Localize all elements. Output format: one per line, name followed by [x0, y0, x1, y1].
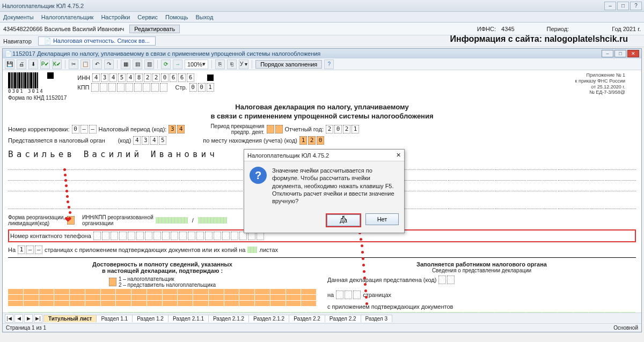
document-titlebar: 📄 1152017 Декларация по налогу, уплачива…: [3, 49, 641, 58]
tab-section-3[interactable]: Раздел 3: [361, 315, 392, 322]
menu-service[interactable]: Сервис: [137, 14, 158, 20]
document-icon: 📄: [44, 38, 52, 44]
kpp-cells[interactable]: [91, 83, 167, 92]
doc-minimize-button[interactable]: –: [602, 50, 613, 57]
tab-section-2-1-2b[interactable]: Раздел 2.1.2: [248, 315, 289, 322]
help-button[interactable]: ?: [630, 2, 642, 10]
tab-next-button[interactable]: ▶: [24, 314, 33, 323]
tab-section-2-2b[interactable]: Раздел 2.2: [325, 315, 361, 322]
barcode: 0301 3014: [8, 72, 44, 94]
dialog-message: Значение ячейки рассчитывается по формул…: [272, 167, 399, 205]
period-label: Период:: [547, 26, 569, 32]
tool1-icon[interactable]: ⎘: [215, 60, 225, 69]
form-annex: Приложение № 1 к приказу ФНС России от 2…: [575, 72, 625, 95]
dialog-no-button[interactable]: Нет: [365, 213, 399, 225]
page-status: Страница 1 из 1: [6, 325, 46, 331]
kpp-label: КПП: [77, 84, 89, 91]
form-subheading: в связи с применением упрощенной системы…: [8, 112, 636, 120]
status-bar: Страница 1 из 1 Основной: [3, 323, 641, 332]
taxperiod-cells[interactable]: 34: [169, 125, 185, 133]
menu-help[interactable]: Помощь: [165, 14, 188, 20]
ifns-label: ИФНС:: [477, 26, 496, 32]
refresh-icon[interactable]: ⟳: [161, 60, 171, 69]
dialog-close-icon[interactable]: ✕: [396, 152, 401, 159]
grid1-icon[interactable]: ▦: [121, 60, 130, 69]
grid2-icon[interactable]: ▤: [133, 60, 142, 69]
inn-cells[interactable]: 434548220666: [92, 73, 194, 82]
correction-cells[interactable]: 0––: [72, 125, 97, 133]
taxpayer-infobar: 434548220666 Васильев Василий Иванович Р…: [0, 23, 644, 35]
zoom-selector[interactable]: 100% ▾: [185, 60, 208, 69]
tab-section-1-2[interactable]: Раздел 1.2: [132, 315, 169, 322]
export-icon[interactable]: ⬇: [28, 60, 38, 69]
reorg-inn-cells[interactable]: [156, 217, 188, 224]
reorg-code-cell[interactable]: [67, 216, 75, 225]
attach-pages-cells[interactable]: [247, 247, 257, 253]
tab-section-2-2a[interactable]: Раздел 2.2: [289, 315, 325, 322]
navigator-label[interactable]: Навигатор: [3, 38, 32, 44]
grid3-icon[interactable]: ▥: [144, 60, 154, 69]
main-menubar: Документы Налогоплательщик Настройки Сер…: [0, 12, 644, 23]
location-cells[interactable]: 120: [299, 136, 324, 145]
app-title: Налогоплательщик ЮЛ 4.75.2: [2, 3, 84, 9]
order-button[interactable]: Порядок заполнения: [255, 60, 322, 69]
menu-settings[interactable]: Настройки: [101, 14, 130, 20]
year-cells[interactable]: 2021: [326, 125, 359, 133]
doc-close-button[interactable]: ✕: [627, 50, 639, 57]
pages-count-cells[interactable]: 1––: [18, 246, 42, 254]
section-tabstrip: |◀ ◀ ▶ ▶| Титульный лист Раздел 1.1 Разд…: [3, 313, 641, 323]
form-code: Форма по КНД 1152017: [8, 95, 67, 101]
question-icon: ?: [250, 167, 267, 184]
save-icon[interactable]: 💾: [5, 60, 14, 69]
copy-icon[interactable]: 📋: [80, 60, 90, 69]
tab-prev-button[interactable]: ◀: [14, 314, 23, 323]
menu-exit[interactable]: Выход: [196, 14, 214, 20]
form-heading: Налоговая декларация по налогу, уплачива…: [8, 103, 636, 111]
cursor-icon: ↖: [341, 213, 348, 222]
reorg-kpp-cells[interactable]: [198, 217, 227, 224]
maximize-button[interactable]: □: [617, 2, 629, 10]
edit-button[interactable]: Редактировать: [129, 25, 180, 33]
year-label: Год 2021 г.: [612, 26, 641, 32]
cut-icon[interactable]: ✂: [69, 60, 78, 69]
watermark: Информация с сайта: nalogoplatelshcik.ru: [450, 34, 628, 44]
tab-last-button[interactable]: ▶|: [34, 314, 42, 323]
inn-label: ИНН: [77, 75, 90, 81]
document-title: 1152017 Декларация по налогу, уплачиваем…: [12, 50, 320, 57]
tab-section-2-1-1[interactable]: Раздел 2.1.1: [168, 315, 209, 322]
page-cells: 001: [189, 83, 214, 92]
redo-icon[interactable]: ↷: [104, 60, 114, 69]
doc-maximize-button[interactable]: □: [614, 50, 626, 57]
document-icon: 📄: [5, 50, 12, 57]
confirm-dialog: Налогоплательщик ЮЛ 4.75.2 ✕ ? Значение …: [244, 149, 405, 233]
minimize-button[interactable]: –: [604, 2, 616, 10]
dialog-title: Налогоплательщик ЮЛ 4.75.2: [247, 152, 329, 159]
app-titlebar: Налогоплательщик ЮЛ 4.75.2 – □ ?: [0, 0, 644, 12]
tool2-icon[interactable]: ⎗: [227, 60, 237, 69]
confirm-role-cell[interactable]: [109, 278, 116, 286]
tab-first-button[interactable]: |◀: [5, 314, 13, 323]
taxpayer-id: 434548220666 Васильев Василий Иванович: [3, 26, 124, 32]
tab-title-page[interactable]: Титульный лист: [43, 315, 97, 322]
tab-section-1-1[interactable]: Раздел 1.1: [96, 315, 133, 322]
u-label[interactable]: У ▾: [239, 60, 248, 69]
stopperiod-cells[interactable]: [267, 125, 283, 133]
menu-documents[interactable]: Документы: [3, 14, 34, 20]
print-icon[interactable]: 🖨: [17, 60, 26, 69]
tab-section-2-1-2a[interactable]: Раздел 2.1.2: [208, 315, 249, 322]
nav-tab-report[interactable]: 📄 Налоговая отчетность. Список вв...: [38, 36, 156, 46]
help-icon[interactable]: ?: [324, 60, 334, 69]
document-toolbar: 💾 🖨 ⬇ P✔ K✔ ✂ 📋 ↶ ↷ ▦ ▤ ▥ ⟳ → 100% ▾ ⎘ ⎗…: [3, 58, 641, 70]
mode-status: Основной: [613, 325, 638, 331]
undo-icon[interactable]: ↶: [92, 60, 102, 69]
check-icon[interactable]: P✔: [40, 60, 50, 69]
menu-taxpayer[interactable]: Налогоплательщик: [41, 14, 94, 20]
ifns-value: 4345: [501, 26, 514, 32]
submit-to-cells[interactable]: 4345: [133, 136, 166, 145]
arrow-right-icon[interactable]: →: [173, 60, 182, 69]
check-all-icon[interactable]: K✔: [52, 60, 62, 69]
